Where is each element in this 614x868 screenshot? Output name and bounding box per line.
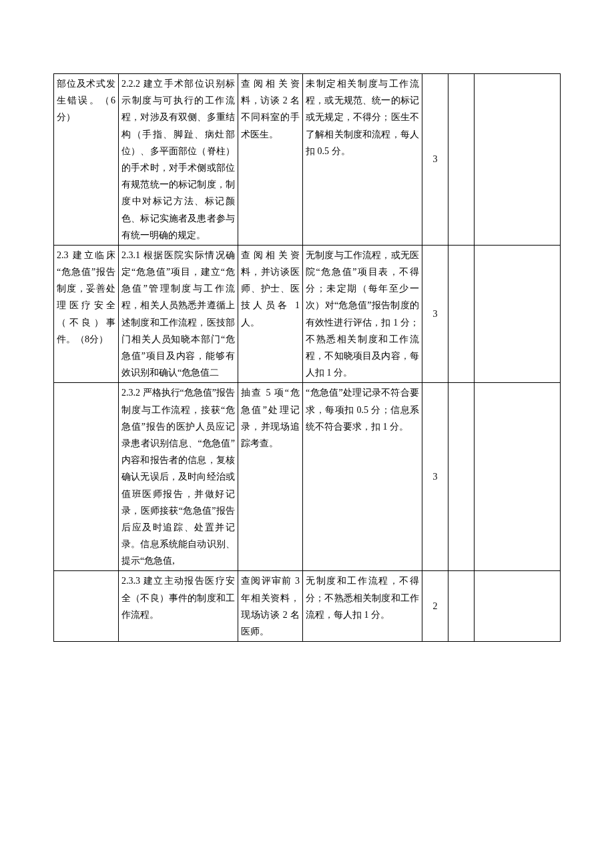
table-row: 2.3.3 建立主动报告医疗安全（不良）事件的制度和工作流程。 查阅评审前 3 … bbox=[54, 571, 561, 642]
cell-blank bbox=[448, 383, 475, 571]
cell-criteria: 无制度与工作流程，或无医院“危急值”项目表，不得分；未定期（每年至少一次）对“危… bbox=[303, 245, 422, 383]
cell-item: 部位及术式发生错误。（6 分） bbox=[54, 74, 119, 246]
cell-method: 查阅评审前 3 年相关资料，现场访谈 2 名医师。 bbox=[238, 571, 303, 642]
table-row: 2.3.2 严格执行“危急值”报告制度与工作流程，接获“危急值”报告的医护人员应… bbox=[54, 383, 561, 571]
cell-standard: 2.3.3 建立主动报告医疗安全（不良）事件的制度和工作流程。 bbox=[119, 571, 238, 642]
cell-standard: 2.2.2 建立手术部位识别标示制度与可执行的工作流程，对涉及有双侧、多重结构（… bbox=[119, 74, 238, 246]
cell-score: 3 bbox=[422, 245, 448, 383]
cell-blank bbox=[448, 74, 475, 246]
cell-score: 3 bbox=[422, 383, 448, 571]
cell-item bbox=[54, 383, 119, 571]
cell-standard: 2.3.1 根据医院实际情况确定“危急值”项目，建立“危急值”管理制度与工作流程… bbox=[119, 245, 238, 383]
cell-method: 查阅相关资料，访谈 2 名不同科室的手术医生。 bbox=[238, 74, 303, 246]
table-row: 2.3 建立临床“危急值”报告制度，妥善处理医疗安全（不良）事件。（8分） 2.… bbox=[54, 245, 561, 383]
cell-blank bbox=[448, 571, 475, 642]
cell-blank bbox=[475, 245, 561, 383]
cell-score: 2 bbox=[422, 571, 448, 642]
cell-item: 2.3 建立临床“危急值”报告制度，妥善处理医疗安全（不良）事件。（8分） bbox=[54, 245, 119, 383]
cell-criteria: “危急值”处理记录不符合要求，每项扣 0.5 分；信息系统不符合要求，扣 1 分… bbox=[303, 383, 422, 571]
cell-standard: 2.3.2 严格执行“危急值”报告制度与工作流程，接获“危急值”报告的医护人员应… bbox=[119, 383, 238, 571]
cell-criteria: 无制度和工作流程，不得分；不熟悉相关制度和工作流程，每人扣 1 分。 bbox=[303, 571, 422, 642]
cell-item bbox=[54, 571, 119, 642]
cell-criteria: 未制定相关制度与工作流程，或无规范、统一的标记或无规定，不得分；医生不了解相关制… bbox=[303, 74, 422, 246]
evaluation-table: 部位及术式发生错误。（6 分） 2.2.2 建立手术部位识别标示制度与可执行的工… bbox=[53, 73, 561, 642]
cell-method: 查阅相关资料，并访谈医师、护士、医技人员各 1 人。 bbox=[238, 245, 303, 383]
cell-method: 抽查 5 项“危急值”处理记录，并现场追踪考查。 bbox=[238, 383, 303, 571]
document-page: 部位及术式发生错误。（6 分） 2.2.2 建立手术部位识别标示制度与可执行的工… bbox=[53, 73, 561, 642]
cell-blank bbox=[448, 245, 475, 383]
cell-blank bbox=[475, 571, 561, 642]
cell-blank bbox=[475, 74, 561, 246]
table-row: 部位及术式发生错误。（6 分） 2.2.2 建立手术部位识别标示制度与可执行的工… bbox=[54, 74, 561, 246]
cell-score: 3 bbox=[422, 74, 448, 246]
cell-blank bbox=[475, 383, 561, 571]
